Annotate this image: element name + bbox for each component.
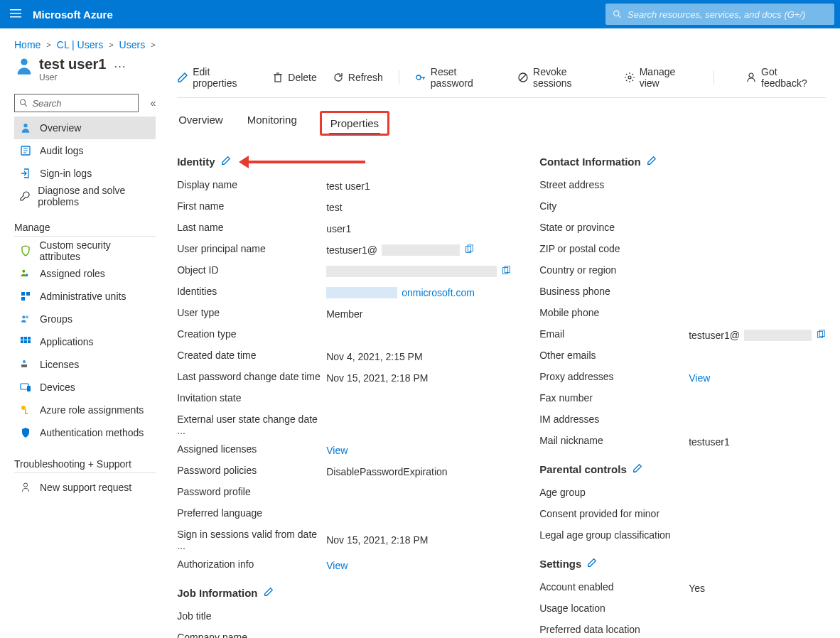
nav-azure-roles[interactable]: Azure role assignments (14, 399, 156, 421)
consent-value (689, 508, 826, 522)
edit-icon[interactable] (264, 587, 274, 599)
page-subtitle: User (39, 72, 107, 82)
svg-rect-2 (10, 16, 21, 18)
copy-icon[interactable] (464, 244, 474, 256)
svg-rect-24 (28, 340, 31, 343)
nav-search-input[interactable] (32, 98, 134, 109)
created-value: Nov 4, 2021, 2:15 PM (326, 350, 511, 364)
pwd-profile-value (326, 486, 511, 500)
business-phone-value (689, 286, 826, 300)
auth-info-link[interactable]: View (326, 558, 511, 573)
section-settings: Settings (539, 558, 826, 570)
last-pwd-value: Nov 15, 2021, 2:18 PM (326, 371, 511, 385)
section-parental: Parental controls (539, 463, 826, 475)
display-name-value: test user1 (326, 179, 511, 193)
svg-line-7 (25, 104, 27, 107)
svg-point-18 (26, 315, 28, 318)
edit-icon[interactable] (587, 558, 597, 570)
country-value (689, 264, 826, 279)
tab-properties[interactable]: Properties (320, 111, 389, 136)
svg-rect-28 (27, 386, 31, 391)
refresh-button[interactable]: Refresh (333, 72, 383, 83)
nav-applications[interactable]: Applications (14, 330, 156, 353)
copy-icon[interactable] (816, 330, 826, 342)
copy-icon[interactable] (501, 266, 511, 278)
breadcrumb: Home> CL | Users> Users> (0, 28, 840, 56)
page-title: test user1 (39, 56, 107, 72)
licenses-icon (18, 359, 33, 370)
groups-icon (18, 313, 33, 325)
user-icon (14, 56, 34, 78)
nav-section-manage: Manage (14, 222, 156, 237)
manage-view-button[interactable]: Manage view (624, 66, 698, 89)
nav-auth-methods[interactable]: Authentication methods (14, 421, 156, 444)
nav-custom-security[interactable]: Custom security attributes (14, 239, 156, 262)
svg-point-13 (22, 270, 25, 273)
edit-properties-button[interactable]: Edit properties (177, 66, 257, 89)
apps-icon (18, 336, 33, 347)
svg-rect-23 (24, 340, 27, 343)
prefdata-value (689, 624, 826, 638)
nav-devices[interactable]: Devices (14, 376, 156, 399)
edit-icon[interactable] (632, 463, 642, 475)
nav-assigned-roles[interactable]: Assigned roles (14, 262, 156, 285)
global-search[interactable] (605, 4, 834, 25)
nav-groups[interactable]: Groups (14, 308, 156, 330)
feedback-button[interactable]: Got feedback? (745, 66, 826, 89)
breadcrumb-home[interactable]: Home (14, 39, 41, 50)
nav-signin-logs[interactable]: Sign-in logs (14, 162, 156, 185)
fax-value (689, 392, 826, 406)
signin-valid-value: Nov 15, 2021, 2:18 PM (326, 529, 511, 551)
nav-licenses[interactable]: Licenses (14, 353, 156, 376)
svg-rect-15 (26, 292, 30, 296)
key-icon (18, 404, 33, 416)
tab-overview[interactable]: Overview (177, 111, 225, 136)
identities-value[interactable]: onmicrosoft.com (326, 286, 511, 300)
nav-overview[interactable]: Overview (14, 117, 156, 139)
roles-icon (18, 268, 33, 279)
usage-value (689, 602, 826, 617)
edit-icon[interactable] (647, 156, 657, 168)
svg-rect-19 (21, 337, 23, 340)
edit-icon[interactable] (221, 156, 231, 168)
pwd-policies-value: DisablePasswordExpiration (326, 465, 511, 479)
hamburger-icon[interactable] (0, 8, 31, 21)
nav-audit-logs[interactable]: Audit logs (14, 139, 156, 162)
tab-monitoring[interactable]: Monitoring (246, 111, 298, 136)
revoke-sessions-button[interactable]: Revoke sessions (517, 66, 608, 89)
svg-point-5 (21, 59, 27, 65)
global-search-input[interactable] (628, 9, 827, 20)
nav-diagnose[interactable]: Diagnose and solve problems (14, 185, 156, 207)
page-heading: test user1 User … (14, 56, 156, 82)
nav-section-trouble: Troubleshooting + Support (14, 458, 156, 473)
svg-rect-22 (21, 340, 23, 343)
object-id-value (326, 264, 511, 279)
nav-support[interactable]: New support request (14, 476, 156, 499)
age-value (689, 487, 826, 501)
reset-password-button[interactable]: Reset password (415, 66, 502, 89)
city-value (689, 200, 826, 215)
devices-icon (18, 382, 33, 393)
invitation-value (326, 392, 511, 406)
svg-rect-21 (28, 337, 31, 340)
proxy-link[interactable]: View (689, 371, 826, 385)
svg-point-17 (22, 315, 25, 318)
creation-type-value (326, 328, 511, 342)
brand-label: Microsoft Azure (33, 9, 113, 21)
other-emails-value (689, 350, 826, 364)
admin-units-icon (18, 291, 33, 302)
collapse-icon[interactable]: « (150, 97, 156, 109)
svg-point-6 (21, 99, 26, 104)
extstate-value (326, 413, 511, 436)
security-icon (18, 245, 32, 256)
delete-button[interactable]: Delete (272, 72, 316, 83)
svg-rect-26 (21, 364, 27, 367)
breadcrumb-users1[interactable]: CL | Users (57, 39, 103, 50)
svg-point-32 (23, 483, 27, 487)
nav-search[interactable] (14, 94, 139, 112)
arrow-annotation (241, 161, 365, 163)
more-icon[interactable]: … (114, 56, 126, 71)
nav-admin-units[interactable]: Administrative units (14, 285, 156, 308)
assigned-licenses-link[interactable]: View (326, 443, 511, 458)
breadcrumb-users2[interactable]: Users (119, 39, 146, 50)
